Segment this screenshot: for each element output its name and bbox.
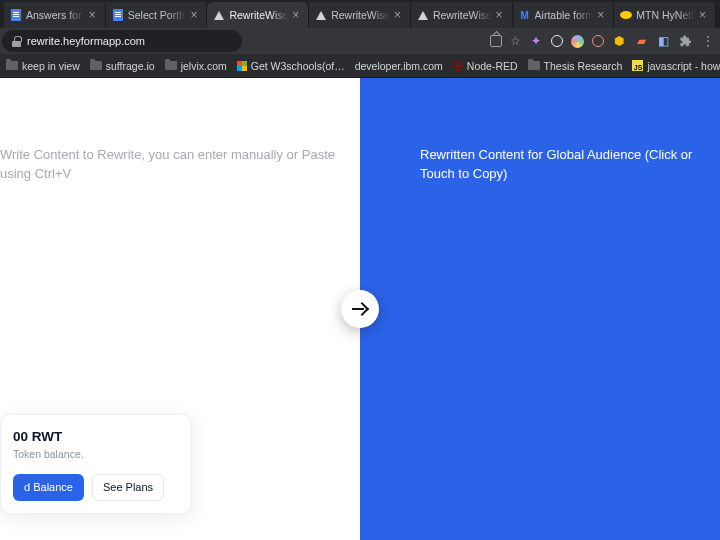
tab-favicon-icon [620,9,632,21]
app-main: Write Content to Rewrite, you can enter … [0,78,720,540]
extension-icon[interactable] [551,35,563,47]
tab-title: Airtable form [535,9,594,21]
extension-icon[interactable]: ▰ [634,34,648,48]
address-bar[interactable]: rewrite.heyformapp.com [2,30,242,52]
tab-favicon-icon [10,9,22,21]
browser-tab[interactable]: RewriteWise -× [411,2,513,28]
tab-title: Answers for L [26,9,85,21]
tab-close-icon[interactable]: × [190,9,200,21]
bookmark-item[interactable]: Thesis Research [528,60,623,72]
site-icon [453,61,463,71]
browser-tabstrip: Answers for L×Select Portfoli×RewriteWis… [0,0,720,28]
browser-tab[interactable]: MAirtable form× [513,2,615,28]
tab-close-icon[interactable]: × [496,9,506,21]
bookmark-item[interactable]: suffrage.io [90,60,155,72]
bookmark-label: keep in view [22,60,80,72]
browser-tab[interactable]: RewriteWise -× [207,2,309,28]
tab-title: Select Portfoli [128,9,187,21]
extension-icon[interactable] [592,35,604,47]
balance-subtitle: Token balance. [13,448,179,460]
bookmark-label: javascript - how t… [647,60,720,72]
browser-toolbar: rewrite.heyformapp.com ☆ ✦ ⬢ ▰ ◧ ⋮ [0,28,720,54]
toolbar-actions: ☆ ✦ ⬢ ▰ ◧ ⋮ [490,34,714,48]
balance-card: 00 RWT Token balance. d Balance See Plan… [0,414,192,514]
output-placeholder: Rewritten Content for Global Audience (C… [420,146,710,184]
bookmark-label: suffrage.io [106,60,155,72]
folder-icon [90,61,102,70]
browser-tab[interactable]: Select Portfoli× [106,2,208,28]
folder-icon [165,61,177,70]
tab-title: RewriteWise - [229,9,288,21]
extension-icon[interactable]: ⬢ [612,34,626,48]
bookmark-label: Thesis Research [544,60,623,72]
site-icon [237,61,247,71]
tab-title: MTN HyNetfl [636,9,695,21]
tab-close-icon[interactable]: × [699,9,709,21]
arrow-right-icon [352,301,368,317]
balance-amount: 00 RWT [13,429,179,444]
extension-icon[interactable]: ✦ [529,34,543,48]
tab-favicon-icon [417,9,429,21]
browser-tab[interactable]: MTN HyNetfl× [614,2,716,28]
bookmark-item[interactable]: developer.ibm.com [355,60,443,72]
bookmark-item[interactable]: Get W3schools(of… [237,60,345,72]
browser-tab[interactable]: RewriteWise -× [309,2,411,28]
url-text: rewrite.heyformapp.com [27,35,145,47]
extensions-puzzle-icon[interactable] [678,34,692,48]
bookmark-item[interactable]: Node-RED [453,60,518,72]
input-pane[interactable]: Write Content to Rewrite, you can enter … [0,78,360,540]
tab-close-icon[interactable]: × [597,9,607,21]
rewrite-button[interactable] [341,290,379,328]
bookmarks-bar: keep in viewsuffrage.iojelvix.comGet W3s… [0,54,720,78]
browser-menu-icon[interactable]: ⋮ [700,34,714,48]
tab-title: RewriteWise - [331,9,390,21]
tab-favicon-icon [315,9,327,21]
bookmark-star-icon[interactable]: ☆ [510,34,521,48]
tab-favicon-icon [112,9,124,21]
bookmark-label: Node-RED [467,60,518,72]
extension-icon[interactable]: ◧ [656,34,670,48]
bookmark-item[interactable]: JSjavascript - how t… [632,60,720,72]
input-placeholder: Write Content to Rewrite, you can enter … [0,146,336,184]
see-plans-button[interactable]: See Plans [92,474,164,501]
tab-close-icon[interactable]: × [292,9,302,21]
lock-icon [12,36,21,47]
tab-close-icon[interactable]: × [394,9,404,21]
bookmark-label: Get W3schools(of… [251,60,345,72]
folder-icon [528,61,540,70]
folder-icon [6,61,18,70]
add-balance-button[interactable]: d Balance [13,474,84,501]
browser-tab[interactable]: Answers for L× [4,2,106,28]
tab-favicon-icon [213,9,225,21]
bookmark-label: jelvix.com [181,60,227,72]
share-icon[interactable] [490,35,502,47]
bookmark-item[interactable]: keep in view [6,60,80,72]
tab-close-icon[interactable]: × [89,9,99,21]
site-icon: JS [632,60,643,71]
bookmark-item[interactable]: jelvix.com [165,60,227,72]
extension-icon[interactable] [571,35,584,48]
bookmark-label: developer.ibm.com [355,60,443,72]
tab-title: RewriteWise - [433,9,492,21]
tab-favicon-icon: M [519,9,531,21]
output-pane[interactable]: Rewritten Content for Global Audience (C… [360,78,720,540]
